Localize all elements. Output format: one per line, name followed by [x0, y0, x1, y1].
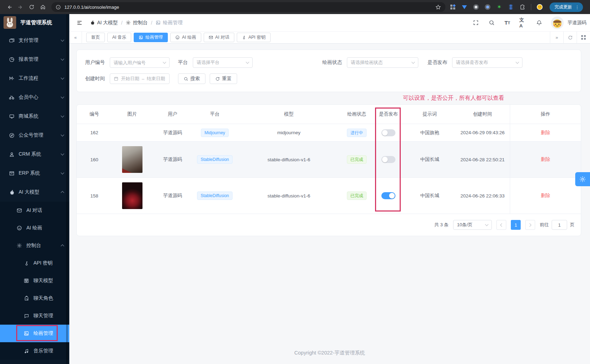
tabs-scroll-right-icon[interactable]: » — [550, 32, 563, 44]
prev-page-button[interactable] — [496, 220, 506, 230]
sidebar-item-ai-chat[interactable]: AI 对话 — [0, 202, 69, 219]
filter-create-time: 创建时间 开始日期 – 结束日期 — [85, 73, 170, 84]
tabs-scroll-left-icon[interactable]: « — [69, 32, 82, 44]
user-id-input[interactable] — [110, 57, 170, 68]
extension-gem-icon[interactable] — [461, 4, 468, 10]
tab-ai-music[interactable]: AI 音乐 — [107, 33, 131, 42]
cell-id: 158 — [77, 178, 112, 214]
theme-settings-button[interactable] — [575, 172, 590, 186]
sidebar-item-ai-draw[interactable]: AI 绘画 — [0, 219, 69, 237]
sidebar-item-console[interactable]: 控制台 — [0, 237, 69, 254]
breadcrumb-ai-models[interactable]: AI 大模型 — [90, 20, 118, 26]
breadcrumb-console[interactable]: 控制台 — [126, 20, 148, 26]
sidebar-item-workflow[interactable]: 工作流程 — [0, 69, 69, 88]
chrome-menu-icon[interactable]: ⋮ — [575, 5, 579, 10]
sidebar-item-api-key[interactable]: API 密钥 — [0, 254, 69, 272]
date-range-picker[interactable]: 开始日期 – 结束日期 — [110, 73, 170, 84]
browser-refresh-icon[interactable] — [26, 1, 37, 13]
notification-bell-icon[interactable] — [535, 19, 543, 27]
publish-select[interactable]: 请选择是否发布 — [452, 57, 522, 68]
copyright-footer: Copyright ©2022-芋道管理系统 — [69, 350, 590, 356]
generated-image-thumbnail[interactable] — [122, 146, 142, 173]
browser-forward-icon[interactable] — [15, 1, 26, 13]
draw-status-label: 绘画状态 — [322, 59, 342, 66]
chrome-update-button[interactable]: 完成更新 ⋮ — [550, 2, 583, 12]
fullscreen-icon[interactable] — [472, 19, 480, 27]
tab-api-key[interactable]: API 密钥 — [237, 33, 271, 42]
publish-toggle[interactable] — [381, 192, 395, 199]
annotation-text: 可以设置，是否公开，所有人都可以查看 — [403, 95, 504, 102]
cell-image — [112, 124, 152, 141]
sidebar-item-erp[interactable]: ERP 系统 — [0, 164, 69, 183]
bookmark-star-icon[interactable] — [435, 4, 441, 10]
browser-back-icon[interactable] — [4, 1, 15, 13]
user-id-field[interactable] — [114, 60, 160, 65]
sidebar-item-ai-models[interactable]: AI 大模型 — [0, 183, 69, 202]
delete-button[interactable]: 删除 — [541, 156, 550, 163]
sidebar-item-chat-model[interactable]: 聊天模型 — [0, 272, 69, 290]
tabs-menu-grid-icon[interactable] — [577, 32, 590, 44]
sidebar-item-mall[interactable]: 商城系统 — [0, 107, 69, 126]
search-button[interactable]: 搜索 — [178, 73, 205, 84]
sidebar-scrollbar[interactable] — [66, 14, 68, 364]
extension-dot-icon[interactable] — [484, 4, 491, 10]
sidebar-item-member[interactable]: 会员中心 — [0, 88, 69, 107]
profile-avatar[interactable] — [537, 4, 543, 10]
reset-button[interactable]: 重置 — [210, 73, 237, 84]
breadcrumb-draw-manage: 绘画管理 — [156, 20, 183, 26]
sidebar-item-payment[interactable]: 支付管理 — [0, 31, 69, 50]
cell-prompt: 中国旗袍 — [404, 124, 455, 141]
goto-page-input[interactable] — [552, 220, 567, 230]
sidebar-item-music-manage[interactable]: 音乐管理 — [0, 342, 69, 360]
cell-user: 芋道源码 — [152, 124, 193, 141]
font-size-icon[interactable]: TT — [503, 19, 511, 27]
tab-strip: « 首页 AI 音乐 绘画管理 AI 绘画 AI 对话 — [69, 32, 590, 44]
filter-publish: 是否发布 请选择是否发布 — [427, 57, 522, 68]
next-page-button[interactable] — [525, 220, 535, 230]
username[interactable]: 芋道源码 — [567, 20, 586, 26]
delete-button[interactable]: 删除 — [541, 193, 550, 199]
chrome-divider — [531, 4, 531, 10]
url-bar[interactable]: 127.0.0.1/ai/console/image — [51, 2, 445, 12]
current-page-button[interactable]: 1 — [511, 220, 521, 230]
platform-tag: Midjourney — [201, 129, 229, 137]
search-icon[interactable] — [488, 19, 495, 27]
create-time-label: 创建时间 — [85, 76, 105, 82]
user-avatar[interactable] — [551, 17, 564, 29]
sidebar-item-report[interactable]: 报表管理 — [0, 50, 69, 69]
sidebar-item-draw-manage[interactable]: 绘画管理 — [0, 325, 69, 342]
sidebar-logo[interactable]: 芋道管理系统 — [0, 14, 69, 31]
publish-toggle[interactable] — [381, 129, 395, 136]
extension-star-icon[interactable]: ✶ — [496, 4, 502, 10]
publish-toggle[interactable] — [381, 156, 395, 163]
chevron-down-icon — [412, 60, 415, 64]
locale-icon[interactable]: 文A — [519, 19, 527, 27]
generated-image-thumbnail[interactable] — [122, 182, 142, 209]
collapse-menu-icon[interactable] — [74, 18, 85, 28]
sidebar-item-chat-manage[interactable]: 聊天管理 — [0, 307, 69, 325]
site-info-icon[interactable] — [56, 5, 61, 10]
publish-label: 是否发布 — [427, 59, 447, 66]
extensions-puzzle-icon[interactable] — [519, 4, 526, 10]
tab-ai-draw[interactable]: AI 绘画 — [170, 33, 201, 42]
tabs-refresh-icon[interactable] — [563, 32, 577, 44]
tab-draw-manage[interactable]: 绘画管理 — [134, 33, 168, 42]
cell-created: 2024-06-28 22:50:21 — [455, 142, 510, 177]
platform-select[interactable]: 请选择平台 — [193, 57, 253, 68]
tab-home[interactable]: 首页 — [86, 33, 105, 42]
sidebar-item-chat-role[interactable]: 聊天角色 — [0, 290, 69, 307]
page-size-select[interactable]: 10条/页 — [453, 220, 492, 230]
cell-created: 2024-06-29 09:43:26 — [455, 124, 510, 141]
sidebar-item-official-account[interactable]: 公众号管理 — [0, 126, 69, 145]
browser-home-icon[interactable] — [37, 1, 49, 13]
extension-wheel-icon[interactable] — [473, 4, 479, 10]
draw-status-select[interactable]: 请选择绘画状态 — [347, 57, 418, 68]
total-count: 共 3 条 — [434, 222, 449, 228]
extension-grid-icon[interactable] — [450, 4, 456, 10]
cell-created: 2024-06-26 22:06:33 — [455, 178, 510, 214]
delete-button[interactable]: 删除 — [541, 130, 550, 136]
tab-ai-chat[interactable]: AI 对话 — [204, 33, 234, 42]
extension-layers-icon[interactable] — [508, 4, 514, 10]
cell-image — [112, 142, 152, 177]
sidebar-item-crm[interactable]: CRM 系统 — [0, 145, 69, 164]
